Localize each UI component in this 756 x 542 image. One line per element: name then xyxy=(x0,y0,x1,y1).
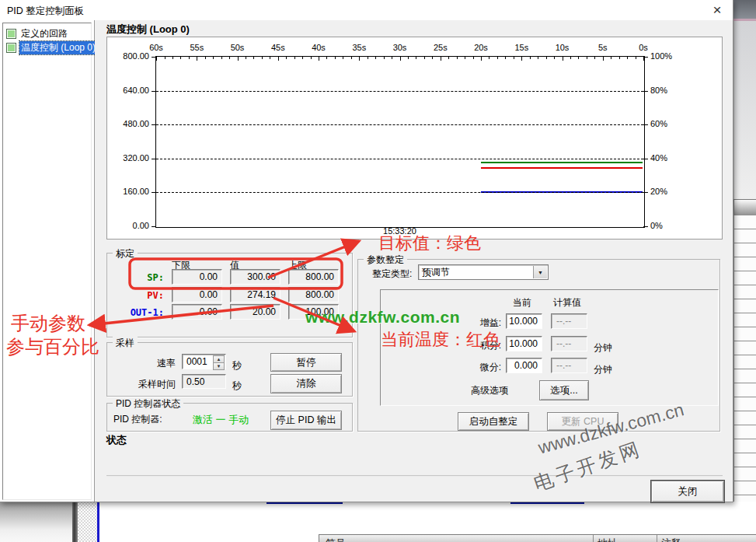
gain-current-field[interactable]: 10.000 xyxy=(506,313,542,329)
out-low-field: 0.00 xyxy=(172,304,222,320)
left-axis-tick-label: 0.00 xyxy=(107,221,149,230)
x-minor-tick xyxy=(326,57,327,59)
x-minor-tick xyxy=(465,57,465,59)
x-minor-tick xyxy=(165,57,165,59)
watermark-green: www.dzkfw.com.cn xyxy=(305,308,460,327)
x-minor-tick xyxy=(311,57,312,59)
start-autotune-button[interactable]: 启动自整定 xyxy=(458,412,529,431)
tree-item-temperature-loop[interactable]: 温度控制 (Loop 0) xyxy=(5,41,97,54)
x-major-tick xyxy=(156,57,157,61)
x-minor-tick xyxy=(392,57,392,59)
column-separator xyxy=(657,535,657,542)
x-axis-tick-label: 25s xyxy=(427,43,455,52)
chart-layer: 60s55s50s45s40s35s30s25s20s15s10s5s0s800… xyxy=(107,37,722,239)
derivative-current-field[interactable]: 0.000 xyxy=(506,358,542,373)
x-major-tick xyxy=(441,57,441,61)
background-link-underline xyxy=(510,502,584,504)
background-symbol-table-header: 符号 地址 注释 xyxy=(319,534,756,542)
x-minor-tick xyxy=(172,57,173,59)
x-minor-tick xyxy=(497,57,498,59)
x-axis-tick-label: 35s xyxy=(345,43,373,52)
rate-spinner[interactable]: 0001 ▲ ▼ xyxy=(182,354,226,369)
x-minor-tick xyxy=(554,57,555,59)
x-minor-tick xyxy=(578,57,579,59)
sampling-group-label: 采样 xyxy=(113,337,138,350)
left-axis-tick-label: 480.00 xyxy=(107,119,149,128)
x-minor-tick xyxy=(351,57,352,59)
background-splitter-bar xyxy=(72,502,78,542)
pause-button[interactable]: 暂停 xyxy=(270,353,342,372)
x-minor-tick xyxy=(594,57,595,59)
tuning-type-combobox[interactable]: 预调节 ▼ xyxy=(418,264,549,280)
loop-icon xyxy=(6,43,16,53)
x-minor-tick xyxy=(432,57,433,59)
sample-time-unit: 秒 xyxy=(232,379,242,393)
x-major-tick xyxy=(400,57,401,61)
chart-title: 温度控制 (Loop 0) xyxy=(106,23,190,37)
close-icon[interactable]: × xyxy=(705,1,729,19)
x-minor-tick xyxy=(505,57,506,59)
options-button[interactable]: 选项... xyxy=(539,380,589,400)
sample-time-label: 采样时间 xyxy=(110,378,176,391)
x-minor-tick xyxy=(302,57,303,59)
gain-calc-field: --.-- xyxy=(551,313,587,329)
rate-unit: 秒 xyxy=(232,359,242,372)
x-minor-tick xyxy=(246,57,246,59)
sp-row-label: SP: xyxy=(107,272,164,283)
background-link-underline xyxy=(267,502,343,504)
clear-button[interactable]: 清除 xyxy=(270,374,342,393)
x-axis-tick-label: 55s xyxy=(183,43,211,52)
tree-item-defined-loops[interactable]: 定义的回路 xyxy=(5,27,69,40)
column-separator xyxy=(593,535,594,542)
x-minor-tick xyxy=(570,57,571,59)
x-major-tick xyxy=(521,57,522,61)
derivative-unit: 分钟 xyxy=(594,363,612,376)
x-major-tick xyxy=(197,57,197,61)
sp-value-field[interactable]: 300.00 xyxy=(230,269,280,285)
left-axis-tick xyxy=(152,57,156,58)
out-row-label: OUT-1: xyxy=(107,307,164,318)
rate-label: 速率 xyxy=(110,357,176,370)
x-minor-tick xyxy=(180,57,181,59)
background-scroll-strip xyxy=(733,21,756,199)
x-major-tick xyxy=(278,57,279,61)
rate-value: 0001 xyxy=(186,356,207,367)
right-axis-tick-label: 80% xyxy=(650,86,686,95)
annotation-current: 当前温度：红色 xyxy=(381,328,500,351)
x-major-tick xyxy=(481,57,482,61)
x-minor-tick xyxy=(530,57,531,59)
right-axis-tick xyxy=(643,226,648,227)
sample-time-field: 0.50 xyxy=(182,374,226,389)
spin-down-button[interactable]: ▼ xyxy=(213,362,225,370)
pid-status-group-label: PID 控制器状态 xyxy=(113,397,183,411)
calibration-group-label: 标定 xyxy=(113,247,138,261)
x-minor-tick xyxy=(473,57,474,59)
x-minor-tick xyxy=(514,57,514,59)
x-minor-tick xyxy=(294,57,295,59)
pid-status-group: PID 控制器状态 PID 控制器: 激活 一 手动 停止 PID 输出 xyxy=(106,403,353,432)
col-header-calculated: 计算值 xyxy=(545,296,589,309)
out-value-field[interactable]: 20.00 xyxy=(230,304,280,320)
x-minor-tick xyxy=(546,57,547,59)
x-axis-tick-label: 20s xyxy=(467,43,495,52)
x-minor-tick xyxy=(286,57,287,59)
x-minor-tick xyxy=(384,57,385,59)
background-table-rows xyxy=(733,215,756,542)
pv-value-field: 274.19 xyxy=(230,287,280,302)
x-minor-tick xyxy=(538,57,538,59)
right-axis-tick-label: 60% xyxy=(650,119,686,128)
integral-current-field[interactable]: 10.000 xyxy=(506,336,542,351)
x-axis-tick-label: 5s xyxy=(589,43,617,52)
stop-pid-button[interactable]: 停止 PID 输出 xyxy=(270,411,342,430)
tree-item-label: 温度控制 (Loop 0) xyxy=(19,41,97,54)
x-minor-tick xyxy=(489,57,489,59)
x-minor-tick xyxy=(368,57,368,59)
x-minor-tick xyxy=(424,57,425,59)
x-minor-tick xyxy=(619,57,620,59)
chevron-down-icon[interactable]: ▼ xyxy=(533,266,547,278)
close-button[interactable]: 关闭 xyxy=(651,481,724,502)
x-minor-tick xyxy=(611,57,611,59)
right-axis-tick xyxy=(643,57,648,58)
gridline xyxy=(156,124,643,125)
left-axis-tick-label: 640.00 xyxy=(107,86,149,95)
